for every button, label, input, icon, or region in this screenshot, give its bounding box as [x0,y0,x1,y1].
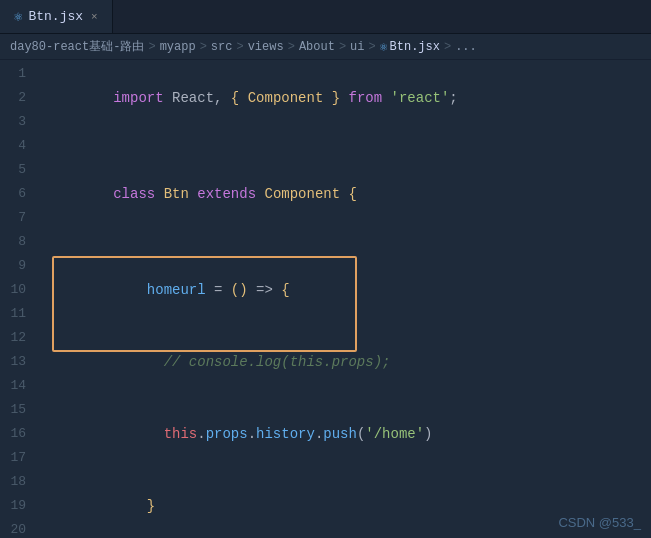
code-line-2 [46,134,651,158]
line-num-6: 6 [10,182,26,206]
breadcrumb-src: src [211,40,233,54]
breadcrumb-sep-3: > [236,40,243,54]
breadcrumb-sep-5: > [339,40,346,54]
code-line-7: this.props.history.push('/home') [46,398,651,470]
tab-bar: ⚛ Btn.jsx × [0,0,651,34]
line-numbers: 1 2 3 4 5 6 7 8 9 10 11 12 13 14 15 16 1… [0,60,36,538]
editor: 1 2 3 4 5 6 7 8 9 10 11 12 13 14 15 16 1… [0,60,651,538]
breadcrumb-views: views [248,40,284,54]
line-num-3: 3 [10,110,26,134]
line-num-17: 17 [10,446,26,470]
breadcrumb-about: About [299,40,335,54]
line-num-19: 19 [10,494,26,518]
lines-5-8: homeurl = () => { // console.log(this.pr… [46,254,651,538]
tab-label: Btn.jsx [28,9,83,24]
line-num-9: 9 [10,254,26,278]
code-line-4 [46,230,651,254]
watermark: CSDN @533_ [558,515,641,530]
tab-btn-jsx[interactable]: ⚛ Btn.jsx × [0,0,113,33]
breadcrumb-myapp: myapp [160,40,196,54]
line-num-13: 13 [10,350,26,374]
code-line-1: import React, { Component } from 'react'… [46,62,651,134]
breadcrumb-sep-7: > [444,40,451,54]
breadcrumb: day80-react基础-路由 > myapp > src > views >… [0,34,651,60]
line-num-8: 8 [10,230,26,254]
breadcrumb-project: day80-react基础-路由 [10,38,144,55]
line-num-16: 16 [10,422,26,446]
breadcrumb-sep-2: > [200,40,207,54]
breadcrumb-file: Btn.jsx [390,40,440,54]
code-content: import React, { Component } from 'react'… [36,60,651,538]
line-num-14: 14 [10,374,26,398]
tab-close-button[interactable]: × [91,11,98,23]
breadcrumb-sep-4: > [288,40,295,54]
line-num-4: 4 [10,134,26,158]
line-num-18: 18 [10,470,26,494]
breadcrumb-sep-6: > [369,40,376,54]
code-line-6: // console.log(this.props); [46,326,651,398]
code-line-5: homeurl = () => { [46,254,651,326]
line-num-20: 20 [10,518,26,538]
line-num-15: 15 [10,398,26,422]
line-num-12: 12 [10,326,26,350]
breadcrumb-sep-1: > [148,40,155,54]
line-num-10: 10 [10,278,26,302]
breadcrumb-react-icon: ⚛ [380,39,388,55]
line-num-7: 7 [10,206,26,230]
line-num-1: 1 [10,62,26,86]
code-line-3: class Btn extends Component { [46,158,651,230]
code-area: 1 2 3 4 5 6 7 8 9 10 11 12 13 14 15 16 1… [0,60,651,538]
breadcrumb-ellipsis: ... [455,40,477,54]
line-num-5: 5 [10,158,26,182]
breadcrumb-ui: ui [350,40,364,54]
line-num-2: 2 [10,86,26,110]
react-icon: ⚛ [14,8,22,25]
line-num-11: 11 [10,302,26,326]
